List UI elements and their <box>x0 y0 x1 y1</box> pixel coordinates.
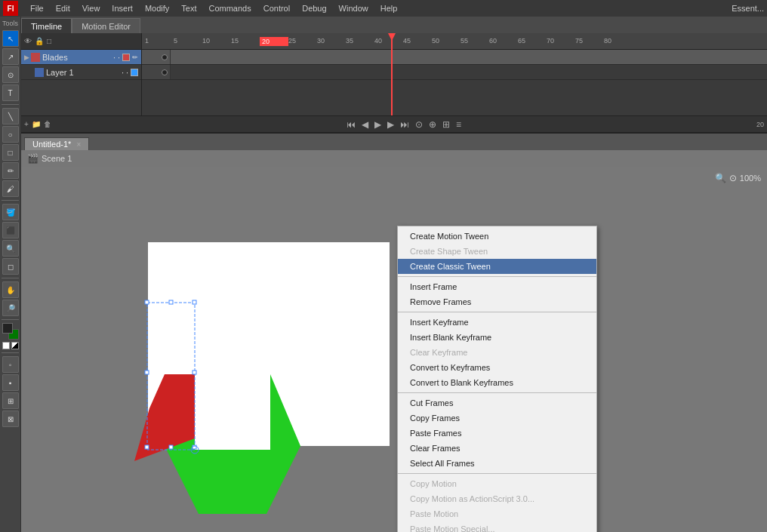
ctx-copy-motion-as: Copy Motion as ActionScript 3.0... <box>398 491 596 506</box>
eye-icon: 👁 <box>24 37 32 45</box>
menu-debug[interactable]: Debug <box>296 2 332 14</box>
layer-row-blades[interactable]: ▶ Blades · · ✏ <box>21 50 141 65</box>
tool-oval[interactable]: ○ <box>2 126 19 143</box>
ctx-sep-1 <box>398 276 596 277</box>
layer-color-layer1 <box>131 69 138 76</box>
frame-indicator: 20 <box>756 121 764 128</box>
ctx-convert-keyframes[interactable]: Convert to Keyframes <box>398 360 596 375</box>
tool-divider-4 <box>2 319 19 320</box>
zoom-brain-icon[interactable]: ⊙ <box>729 173 737 183</box>
ruler-30: 30 <box>317 37 346 46</box>
tool-magnet[interactable]: ⊠ <box>2 411 19 427</box>
canvas-tabs: Untitled-1* × <box>21 134 767 150</box>
right-panel: Timeline Motion Editor 👁 🔒 □ ▶ Blades <box>21 17 767 532</box>
tool-eyedropper[interactable]: 🔍 <box>2 240 19 257</box>
timeline-controls: + 📁 🗑 ⏮ ◀ ▶ ▶ ⏭ ⊙ ⊕ ⊞ ≡ 20 <box>21 115 767 132</box>
menu-help[interactable]: Help <box>374 2 404 14</box>
menu-edit[interactable]: Edit <box>50 2 76 14</box>
next-frame-btn[interactable]: ▶ <box>386 119 396 130</box>
onion-outline-btn[interactable]: ⊕ <box>427 119 438 130</box>
scene-label[interactable]: Scene 1 <box>42 154 72 163</box>
tool-text[interactable]: T <box>2 85 19 101</box>
menu-commands[interactable]: Commands <box>202 2 257 14</box>
prev-frame-btn[interactable]: ◀ <box>360 119 370 130</box>
ctx-cut-frames[interactable]: Cut Frames <box>398 395 596 411</box>
ruler-55: 55 <box>461 37 489 46</box>
frame-ruler: 1 5 10 15 20 25 30 35 40 45 50 55 <box>142 33 767 50</box>
next-keyframe-btn[interactable]: ⏭ <box>399 119 411 130</box>
no-color-btn[interactable] <box>2 342 10 349</box>
tool-pencil[interactable]: ✏ <box>2 162 19 179</box>
tool-rect[interactable]: □ <box>2 144 19 161</box>
layer-visibility-icon-2: · <box>122 68 124 77</box>
tool-eraser[interactable]: ◻ <box>2 258 19 275</box>
ctx-convert-blank-keyframes[interactable]: Convert to Blank Keyframes <box>398 375 596 390</box>
canvas-viewport[interactable]: 🔍 ⊙ 100% Create Motion Tween Create Shap… <box>21 167 767 532</box>
ctx-create-motion-tween[interactable]: Create Motion Tween <box>398 229 596 244</box>
tool-paint-bucket[interactable]: ⬛ <box>2 222 19 238</box>
ctx-insert-frame[interactable]: Insert Frame <box>398 279 596 294</box>
tool-snap[interactable]: ⊞ <box>2 392 19 409</box>
breadcrumb-bar: 🎬 Scene 1 <box>21 150 767 167</box>
app-logo: Fl <box>3 1 18 16</box>
lock-icon: 🔒 <box>35 37 44 45</box>
prev-keyframe-btn[interactable]: ⏮ <box>345 119 357 130</box>
menu-control[interactable]: Control <box>257 2 296 14</box>
edit-multiple-btn[interactable]: ⊞ <box>441 119 451 130</box>
ruler-45: 45 <box>403 37 432 46</box>
ruler-15: 15 <box>231 37 260 46</box>
ctx-create-classic-tween[interactable]: Create Classic Tween <box>398 259 596 274</box>
handle-tr <box>193 300 196 304</box>
tool-line[interactable]: ╲ <box>2 108 19 125</box>
ctx-paste-frames[interactable]: Paste Frames <box>398 426 596 441</box>
menu-text[interactable]: Text <box>175 2 202 14</box>
menu-modify[interactable]: Modify <box>139 2 175 14</box>
menu-file[interactable]: File <box>24 2 50 14</box>
ruler-35: 35 <box>346 37 374 46</box>
tool-brush[interactable]: 🖌 <box>2 180 19 197</box>
tool-zoom[interactable]: 🔎 <box>2 300 19 316</box>
layer-folder-btn[interactable]: 📁 <box>32 120 41 128</box>
ctx-paste-motion-special: Paste Motion Special... <box>398 521 596 532</box>
layer-visibility-icon: · <box>113 53 116 62</box>
ctx-insert-keyframe[interactable]: Insert Keyframe <box>398 315 596 330</box>
ctx-copy-frames[interactable]: Copy Frames <box>398 411 596 426</box>
onion-skin-btn[interactable]: ⊙ <box>414 119 424 130</box>
layer-row-layer1[interactable]: Layer 1 · · <box>21 65 141 80</box>
canvas-tab-close[interactable]: × <box>76 140 81 149</box>
layer-add-btn[interactable]: + <box>24 120 29 128</box>
ctx-clear-frames[interactable]: Clear Frames <box>398 441 596 456</box>
tool-ink-bottle[interactable]: 🪣 <box>2 204 19 220</box>
ctx-select-all-frames[interactable]: Select All Frames <box>398 456 596 471</box>
frame-row-layer1[interactable] <box>142 65 767 80</box>
layer-color-blades <box>122 54 130 61</box>
zoom-bar: 🔍 ⊙ 100% <box>715 173 761 183</box>
ctx-insert-blank-keyframe[interactable]: Insert Blank Keyframe <box>398 330 596 345</box>
swap-colors-btn[interactable] <box>11 342 19 349</box>
timeline-settings-btn[interactable]: ≡ <box>454 119 463 130</box>
tool-lasso[interactable]: ⊙ <box>2 66 19 83</box>
ruler-70: 70 <box>547 37 575 46</box>
menu-window[interactable]: Window <box>333 2 374 14</box>
tab-timeline[interactable]: Timeline <box>21 18 72 33</box>
ctx-sep-3 <box>398 392 596 393</box>
tab-motion-editor[interactable]: Motion Editor <box>72 18 140 33</box>
tool-arrow[interactable]: ↖ <box>2 30 19 47</box>
menu-view[interactable]: View <box>76 2 106 14</box>
tool-hand[interactable]: ✋ <box>2 281 19 298</box>
layer-delete-btn[interactable]: 🗑 <box>44 120 51 128</box>
tool-straighten[interactable]: ▪ <box>2 374 19 391</box>
layer-header: 👁 🔒 □ <box>21 33 141 50</box>
tool-smooth[interactable]: ◦ <box>2 356 19 373</box>
ctx-paste-motion: Paste Motion <box>398 506 596 521</box>
canvas-tab-untitled[interactable]: Untitled-1* × <box>24 137 89 150</box>
zoom-in-icon[interactable]: 🔍 <box>715 173 726 183</box>
stroke-color-swatch[interactable] <box>2 323 13 334</box>
frame-row-blades[interactable] <box>142 50 767 65</box>
tool-subselect[interactable]: ↗ <box>2 48 19 65</box>
ctx-remove-frames[interactable]: Remove Frames <box>398 294 596 309</box>
menu-insert[interactable]: Insert <box>106 2 139 14</box>
timeline-area: Timeline Motion Editor 👁 🔒 □ ▶ Blades <box>21 17 767 134</box>
ruler-10: 10 <box>202 37 231 46</box>
play-btn[interactable]: ▶ <box>373 119 383 130</box>
